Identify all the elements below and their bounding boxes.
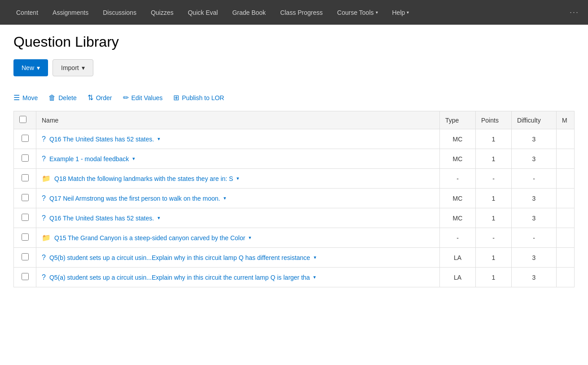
top-navigation: Content Assignments Discussions Quizzes … — [0, 0, 588, 25]
row-type: - — [440, 228, 476, 248]
row-points: - — [476, 228, 512, 248]
table-row: ? Q17 Neil Armstrong was the first perso… — [14, 189, 575, 208]
folder-icon: 📁 — [42, 174, 51, 183]
question-link[interactable]: Q5(a) student sets up a circuit usin...E… — [49, 274, 310, 281]
header-type: Type — [440, 111, 476, 129]
coursetools-chevron-icon: ▾ — [376, 10, 378, 15]
new-chevron-icon: ▾ — [37, 64, 40, 71]
publish-lor-action[interactable]: ⊞ Publish to LOR — [173, 93, 224, 102]
row-type: MC — [440, 208, 476, 228]
row-dropdown-icon[interactable]: ▾ — [237, 176, 239, 181]
button-row: New ▾ Import ▾ — [13, 59, 575, 76]
row-type: LA — [440, 268, 476, 287]
nav-coursetools[interactable]: Course Tools ▾ — [330, 0, 385, 25]
row-checkbox-7[interactable] — [22, 273, 29, 280]
row-checkbox-2[interactable] — [22, 174, 29, 181]
header-points: Points — [476, 111, 512, 129]
question-icon: ? — [42, 135, 46, 143]
row-points: 1 — [476, 208, 512, 228]
table-row: 📁 Q18 Match the following landmarks with… — [14, 169, 575, 189]
row-difficulty: 3 — [512, 208, 557, 228]
row-dropdown-icon[interactable]: ▾ — [158, 136, 160, 142]
row-m — [557, 129, 575, 149]
more-options-icon[interactable]: ··· — [570, 8, 579, 17]
question-icon: ? — [42, 254, 46, 262]
order-icon: ⇅ — [88, 93, 93, 102]
row-name-container: ? Q5(a) student sets up a circuit usin..… — [42, 273, 434, 281]
row-checkbox-5[interactable] — [22, 233, 29, 241]
row-m — [557, 228, 575, 248]
row-points: 1 — [476, 268, 512, 287]
table-row: ? Q5(b) student sets up a circuit usin..… — [14, 248, 575, 268]
row-checkbox-6[interactable] — [22, 253, 29, 260]
row-dropdown-icon[interactable]: ▾ — [132, 156, 135, 162]
question-link[interactable]: Q16 The United States has 52 states. — [49, 215, 154, 222]
row-m — [557, 208, 575, 228]
row-dropdown-icon[interactable]: ▾ — [313, 274, 316, 280]
question-link[interactable]: Q18 Match the following landmarks with t… — [54, 175, 233, 182]
row-name-container: 📁 Q15 The Grand Canyon is a steep-sided … — [42, 233, 434, 242]
question-link[interactable]: Example 1 - modal feedback — [49, 155, 129, 163]
nav-gradebook[interactable]: Grade Book — [225, 0, 273, 25]
question-icon: ? — [42, 194, 46, 202]
nav-quickeval[interactable]: Quick Eval — [180, 0, 225, 25]
nav-help[interactable]: Help ▾ — [385, 0, 417, 25]
question-icon: ? — [42, 155, 46, 163]
move-icon: ☰ — [13, 93, 20, 102]
row-difficulty: 3 — [512, 129, 557, 149]
row-name-container: 📁 Q18 Match the following landmarks with… — [42, 174, 434, 183]
table-row: ? Q16 The United States has 52 states. ▾… — [14, 208, 575, 228]
nav-classprogress[interactable]: Class Progress — [273, 0, 330, 25]
row-m — [557, 169, 575, 189]
select-all-checkbox[interactable] — [19, 116, 26, 123]
row-name-container: ? Q16 The United States has 52 states. ▾ — [42, 135, 434, 143]
table-row: ? Example 1 - modal feedback ▾ MC13 — [14, 149, 575, 169]
question-table: Name Type Points Difficulty M ? Q16 The … — [13, 111, 575, 287]
row-checkbox-3[interactable] — [22, 194, 29, 201]
header-name: Name — [36, 111, 440, 129]
row-points: 1 — [476, 248, 512, 268]
row-checkbox-1[interactable] — [22, 154, 29, 162]
row-name-container: ? Q5(b) student sets up a circuit usin..… — [42, 254, 434, 262]
question-link[interactable]: Q17 Neil Armstrong was the first person … — [49, 195, 220, 202]
row-m — [557, 248, 575, 268]
row-checkbox-4[interactable] — [22, 214, 29, 221]
row-points: 1 — [476, 189, 512, 208]
nav-content[interactable]: Content — [9, 0, 45, 25]
question-link[interactable]: Q15 The Grand Canyon is a steep-sided ca… — [54, 234, 245, 242]
row-type: - — [440, 169, 476, 189]
row-dropdown-icon[interactable]: ▾ — [249, 235, 251, 241]
edit-values-action[interactable]: ✏ Edit Values — [123, 93, 163, 102]
row-difficulty: 3 — [512, 268, 557, 287]
row-points: - — [476, 169, 512, 189]
row-dropdown-icon[interactable]: ▾ — [224, 195, 226, 201]
row-dropdown-icon[interactable]: ▾ — [314, 255, 316, 260]
question-icon: ? — [42, 214, 46, 222]
row-difficulty: - — [512, 228, 557, 248]
row-checkbox-0[interactable] — [22, 135, 29, 142]
page-title: Question Library — [13, 34, 575, 50]
question-icon: ? — [42, 273, 46, 281]
row-type: LA — [440, 248, 476, 268]
row-points: 1 — [476, 149, 512, 169]
nav-assignments[interactable]: Assignments — [45, 0, 96, 25]
import-button[interactable]: Import ▾ — [53, 59, 93, 76]
nav-right: ··· — [570, 8, 579, 17]
nav-discussions[interactable]: Discussions — [96, 0, 144, 25]
delete-action[interactable]: 🗑 Delete — [48, 94, 76, 102]
publish-lor-icon: ⊞ — [173, 93, 179, 102]
move-action[interactable]: ☰ Move — [13, 93, 38, 102]
row-type: MC — [440, 149, 476, 169]
question-link[interactable]: Q5(b) student sets up a circuit usin...E… — [49, 254, 310, 261]
order-action[interactable]: ⇅ Order — [88, 93, 112, 102]
delete-icon: 🗑 — [48, 94, 56, 102]
row-difficulty: 3 — [512, 149, 557, 169]
row-type: MC — [440, 129, 476, 149]
row-type: MC — [440, 189, 476, 208]
nav-quizzes[interactable]: Quizzes — [144, 0, 181, 25]
new-button[interactable]: New ▾ — [13, 59, 48, 76]
row-dropdown-icon[interactable]: ▾ — [158, 215, 160, 221]
question-link[interactable]: Q16 The United States has 52 states. — [49, 136, 154, 143]
import-chevron-icon: ▾ — [82, 64, 85, 71]
toolbar: ☰ Move 🗑 Delete ⇅ Order ✏ Edit Values ⊞ … — [13, 90, 575, 106]
